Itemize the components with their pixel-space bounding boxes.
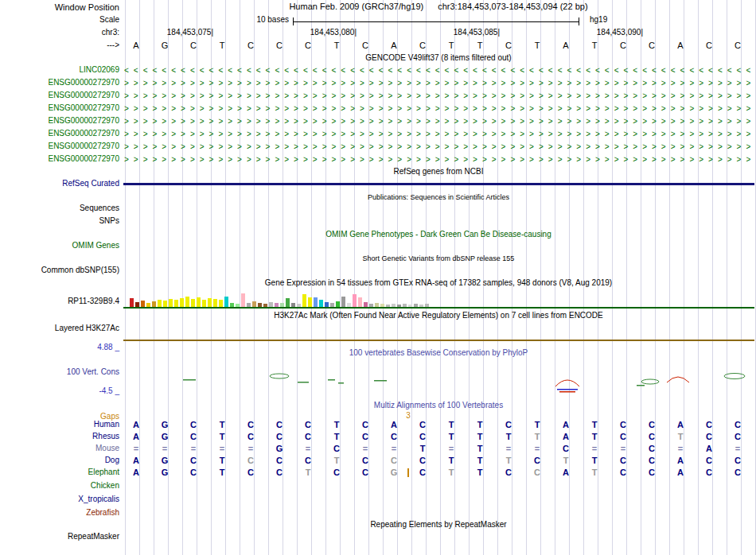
dbsnp-track-title: Short Genetic Variants from dbSNP releas…	[123, 254, 754, 263]
refseq-curated-gene-bar[interactable]	[123, 183, 754, 185]
alignment-base: =	[150, 444, 179, 454]
gtex-expression-bar[interactable]	[403, 304, 407, 307]
gtex-expression-bar[interactable]	[419, 305, 423, 307]
gtex-expression-bar[interactable]	[163, 301, 167, 307]
gencode-item-label[interactable]: LINC02069	[0, 65, 119, 75]
gtex-expression-bar[interactable]	[191, 299, 195, 307]
gtex-expression-bar[interactable]	[325, 302, 329, 307]
gtex-expression-bar[interactable]	[141, 301, 145, 307]
alignment-base: T	[437, 456, 466, 466]
gtex-gene-label[interactable]: RP11-329B9.4	[0, 297, 119, 306]
gtex-expression-bar[interactable]	[258, 303, 262, 307]
gtex-expression-bar[interactable]	[130, 298, 134, 307]
species-label[interactable]: Zebrafish	[0, 508, 119, 518]
multiz-track-title: Multiz Alignments of 100 Vertebrates	[123, 401, 754, 410]
alignment-base: =	[494, 444, 523, 454]
gencode-gene-row[interactable]: >>>>>>>>>>>>>>>>>>>>>>>>>>>>>>>>>>>>>>>>…	[124, 103, 754, 114]
omim-genes-label[interactable]: OMIM Genes	[0, 241, 119, 250]
gtex-expression-bar[interactable]	[185, 297, 189, 307]
gtex-expression-bar[interactable]	[280, 303, 284, 307]
gencode-gene-row[interactable]: >>>>>>>>>>>>>>>>>>>>>>>>>>>>>>>>>>>>>>>>…	[124, 142, 754, 152]
gencode-item-label[interactable]: ENSG00000272970	[0, 142, 119, 151]
snps-label[interactable]: SNPs	[0, 216, 119, 226]
gtex-expression-bar[interactable]	[219, 300, 223, 307]
h3k27ac-signal-line[interactable]	[123, 340, 754, 341]
gtex-expression-bar[interactable]	[425, 304, 429, 307]
gtex-expression-bar[interactable]	[369, 304, 373, 307]
gtex-expression-bar[interactable]	[224, 297, 228, 307]
species-label[interactable]: Elephant	[0, 468, 119, 477]
phylop-label[interactable]: 100 Vert. Cons	[0, 367, 119, 377]
reference-base: T	[322, 41, 351, 51]
gencode-item-label[interactable]: ENSG00000272970	[0, 78, 119, 87]
assembly-short-label: hg19	[590, 15, 607, 25]
species-label[interactable]: Chicken	[0, 481, 119, 491]
gtex-expression-bar[interactable]	[330, 303, 334, 307]
gencode-gene-row[interactable]: >>>>>>>>>>>>>>>>>>>>>>>>>>>>>>>>>>>>>>>>…	[124, 91, 754, 101]
gtex-expression-bar[interactable]	[252, 301, 256, 307]
common-dbsnp-label[interactable]: Common dbSNP(155)	[0, 266, 119, 275]
gencode-gene-row[interactable]: >>>>>>>>>>>>>>>>>>>>>>>>>>>>>>>>>>>>>>>>…	[124, 78, 754, 88]
gencode-item-label[interactable]: ENSG00000272970	[0, 91, 119, 100]
gtex-expression-bar[interactable]	[247, 303, 251, 307]
sequences-label[interactable]: Sequences	[0, 204, 119, 213]
gtex-track-title: Gene Expression in 54 tissues from GTEx …	[123, 278, 754, 288]
gtex-expression-bar[interactable]	[213, 299, 217, 307]
gtex-expression-bar[interactable]	[353, 294, 357, 307]
gtex-expression-bar[interactable]	[347, 303, 351, 307]
gtex-expression-bar[interactable]	[263, 304, 267, 307]
gtex-expression-bar[interactable]	[302, 294, 306, 307]
gtex-expression-bar[interactable]	[152, 301, 156, 307]
species-label[interactable]: Rhesus	[0, 432, 119, 441]
gencode-item-label[interactable]: ENSG00000272970	[0, 116, 119, 126]
gtex-expression-bar[interactable]	[208, 298, 212, 307]
gtex-expression-bar[interactable]	[135, 302, 139, 307]
gtex-expression-bar[interactable]	[414, 304, 418, 307]
gtex-expression-bar[interactable]	[291, 303, 295, 307]
species-label[interactable]: X_tropicalis	[0, 495, 119, 504]
gtex-expression-bar[interactable]	[174, 300, 178, 307]
gtex-expression-bar[interactable]	[269, 302, 273, 307]
alignment-base: C	[351, 432, 380, 442]
gtex-expression-bar[interactable]	[202, 300, 206, 307]
gtex-expression-bar[interactable]	[392, 304, 396, 307]
gtex-expression-bar[interactable]	[286, 298, 290, 307]
gtex-expression-bar[interactable]	[319, 300, 323, 307]
gtex-expression-bar[interactable]	[146, 303, 150, 307]
gtex-expression-bar[interactable]	[408, 305, 412, 307]
gtex-expression-bar[interactable]	[375, 303, 379, 307]
species-label[interactable]: Human	[0, 420, 119, 429]
gtex-expression-bar[interactable]	[230, 303, 234, 307]
refseq-curated-label[interactable]: RefSeq Curated	[0, 179, 119, 188]
gtex-expression-bar[interactable]	[297, 304, 301, 307]
gencode-gene-row[interactable]: >>>>>>>>>>>>>>>>>>>>>>>>>>>>>>>>>>>>>>>>…	[124, 129, 754, 139]
gencode-item-label[interactable]: ENSG00000272970	[0, 129, 119, 138]
gtex-expression-bar[interactable]	[380, 304, 384, 307]
gtex-expression-bar[interactable]	[341, 297, 345, 307]
gencode-gene-row[interactable]: <<<<<<<<<<<<<<<<<<<<<<<<<<<<<<<<<<<<<<<<…	[124, 65, 754, 76]
gtex-expression-bar[interactable]	[275, 303, 279, 307]
gtex-expression-bar[interactable]	[336, 301, 340, 307]
gtex-expression-bar[interactable]	[358, 297, 362, 307]
gtex-expression-bar[interactable]	[158, 300, 162, 307]
gtex-expression-bar[interactable]	[364, 302, 368, 307]
gencode-item-label[interactable]: ENSG00000272970	[0, 154, 119, 164]
gtex-expression-bar[interactable]	[197, 297, 201, 307]
gtex-expression-bar[interactable]	[241, 293, 245, 307]
species-label[interactable]: Dog	[0, 456, 119, 465]
repeatmasker-label[interactable]: RepeatMasker	[0, 532, 119, 541]
coordinate-tick: 184,453,075|	[118, 28, 213, 37]
gencode-gene-row[interactable]: >>>>>>>>>>>>>>>>>>>>>>>>>>>>>>>>>>>>>>>>…	[124, 116, 754, 126]
gencode-item-label[interactable]: ENSG00000272970	[0, 103, 119, 113]
gtex-expression-bar[interactable]	[308, 297, 312, 307]
gtex-expression-bar[interactable]	[236, 304, 240, 307]
gtex-expression-bar[interactable]	[169, 299, 173, 307]
gtex-expression-bar[interactable]	[180, 298, 184, 307]
species-label[interactable]: Mouse	[0, 444, 119, 453]
gtex-expression-bar[interactable]	[397, 305, 401, 307]
h3k27ac-label[interactable]: Layered H3K27Ac	[0, 324, 119, 333]
gencode-gene-row[interactable]: >>>>>>>>>>>>>>>>>>>>>>>>>>>>>>>>>>>>>>>>…	[124, 154, 754, 165]
gtex-expression-bar[interactable]	[386, 305, 390, 307]
gtex-expression-bar[interactable]	[314, 297, 318, 307]
alignment-base: C	[637, 444, 666, 454]
